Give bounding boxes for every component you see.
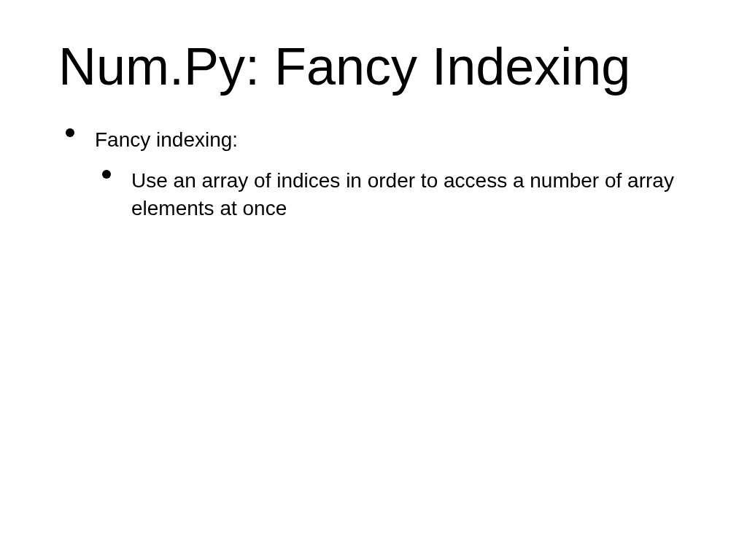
list-item: Fancy indexing: Use an array of indices … [58,125,689,222]
bullet-list-level-1: Fancy indexing: Use an array of indices … [58,125,689,222]
bullet-list-level-2: Use an array of indices in order to acce… [95,167,689,222]
bullet-text-1: Fancy indexing: [95,128,238,151]
bullet-text-2: Use an array of indices in order to acce… [131,169,674,219]
list-item: Use an array of indices in order to acce… [95,167,689,222]
slide-title: Num.Py: Fancy Indexing [58,36,689,96]
slide-container: Num.Py: Fancy Indexing Fancy indexing: U… [0,0,747,560]
